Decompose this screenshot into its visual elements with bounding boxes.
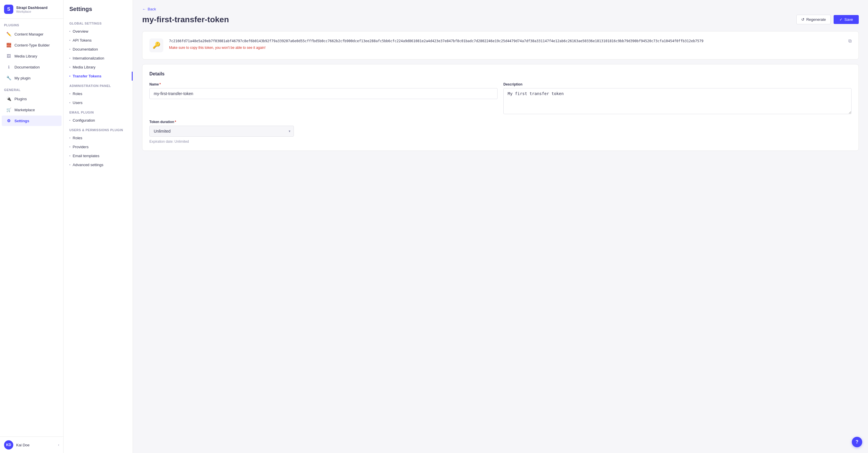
settings-nav-documentation[interactable]: Documentation (64, 45, 133, 54)
app-title: Strapi Dashboard (16, 5, 48, 10)
description-label: Description (503, 82, 851, 86)
details-title: Details (149, 71, 851, 76)
key-icon: 🔑 (149, 38, 163, 52)
token-warning: Make sure to copy this token, you won't … (169, 46, 843, 50)
sidebar-item-content-type-builder[interactable]: 🧱 Content-Type Builder (2, 40, 62, 50)
sidebar-item-documentation[interactable]: ℹ Documentation (2, 62, 62, 72)
token-value: 7c2166fd71a48e5a20eb7f03081abf46797c8ef6… (169, 38, 843, 44)
description-field-group: Description My first transfer token (503, 82, 851, 114)
avatar: KD (4, 440, 13, 450)
settings-nav-roles[interactable]: Roles (64, 89, 133, 98)
expiration-hint: Expiration date: Unlimited (149, 139, 294, 143)
token-duration-section: Token duration* Unlimited 7 days 30 days… (149, 120, 294, 143)
app-logo: S (4, 5, 13, 14)
settings-nav-transfer-tokens[interactable]: Transfer Tokens (64, 72, 133, 80)
sidebar-item-content-manager[interactable]: ✏️ Content Manager (2, 29, 62, 39)
settings-nav-overview[interactable]: Overview (64, 27, 133, 36)
token-duration-select-wrap: Unlimited 7 days 30 days 90 days ▾ (149, 126, 294, 137)
user-name: Kai Doe (16, 443, 55, 447)
settings-nav-up-roles[interactable]: Roles (64, 133, 133, 142)
general-section-label: GENERAL (0, 84, 63, 93)
settings-nav-api-tokens[interactable]: API Tokens (64, 36, 133, 45)
users-permissions-label: USERS & PERMISSIONS PLUGIN (64, 125, 133, 133)
sidebar-item-marketplace[interactable]: 🛒 Marketplace (2, 105, 62, 115)
sidebar-item-my-plugin[interactable]: 🔧 My plugin (2, 73, 62, 83)
settings-nav-email-templates[interactable]: Email templates (64, 151, 133, 160)
settings-nav-users[interactable]: Users (64, 98, 133, 107)
sidebar-item-plugins[interactable]: 🔌 Plugins (2, 94, 62, 104)
info-icon: ℹ (6, 64, 11, 70)
app-subtitle: Workplace (16, 10, 48, 13)
token-duration-label: Token duration* (149, 120, 294, 124)
settings-nav-internationalization[interactable]: Internationalization (64, 54, 133, 63)
token-display-card: 🔑 7c2166fd71a48e5a20eb7f03081abf46797c8e… (142, 31, 859, 60)
settings-nav-configuration[interactable]: Configuration (64, 116, 133, 125)
name-input[interactable] (149, 88, 498, 99)
plugins-section-label: PLUGINS (0, 19, 63, 29)
name-label: Name* (149, 82, 498, 86)
plugin-icon: 🔧 (6, 75, 11, 81)
settings-nav: Settings GLOBAL SETTINGS Overview API To… (64, 0, 133, 453)
back-link[interactable]: ← Back (142, 7, 859, 11)
back-label: Back (148, 7, 156, 11)
sidebar-item-settings[interactable]: ⚙ Settings (2, 116, 62, 126)
header-actions: ↺ Regenerate ✓ Save (796, 15, 859, 24)
settings-title: Settings (64, 6, 133, 18)
sidebar-item-media-library[interactable]: 🖼 Media Library (2, 51, 62, 61)
name-field-group: Name* (149, 82, 498, 114)
email-plugin-label: EMAIL PLUGIN (64, 107, 133, 116)
name-required: * (159, 82, 161, 86)
regenerate-icon: ↺ (801, 17, 804, 22)
settings-nav-providers[interactable]: Providers (64, 142, 133, 151)
token-duration-group: Token duration* Unlimited 7 days 30 days… (149, 120, 294, 143)
help-button[interactable]: ? (852, 437, 862, 447)
media-icon: 🖼 (6, 53, 11, 59)
settings-icon: ⚙ (6, 118, 11, 124)
collapse-button[interactable]: ‹ (58, 443, 59, 447)
sidebar-header: S Strapi Dashboard Workplace (0, 0, 63, 19)
checkmark-icon: ✓ (839, 17, 843, 22)
details-card: Details Name* Description My first trans… (142, 64, 859, 151)
settings-nav-media-library[interactable]: Media Library (64, 63, 133, 72)
token-text-block: 7c2166fd71a48e5a20eb7f03081abf46797c8ef6… (169, 38, 843, 50)
name-description-row: Name* Description My first transfer toke… (149, 82, 851, 114)
save-button[interactable]: ✓ Save (834, 15, 859, 24)
page-header: my-first-transfer-token ↺ Regenerate ✓ S… (142, 15, 859, 24)
sidebar-footer: KD Kai Doe ‹ (0, 436, 63, 453)
token-display: 🔑 7c2166fd71a48e5a20eb7f03081abf46797c8e… (149, 38, 851, 52)
main-content: ← Back my-first-transfer-token ↺ Regener… (133, 0, 868, 453)
token-duration-required: * (175, 120, 176, 124)
back-arrow-icon: ← (142, 7, 146, 11)
page-title: my-first-transfer-token (142, 15, 229, 24)
plugins-icon: 🔌 (6, 96, 11, 102)
marketplace-icon: 🛒 (6, 107, 11, 113)
edit-icon: ✏️ (6, 31, 11, 37)
regenerate-button[interactable]: ↺ Regenerate (796, 15, 831, 24)
token-duration-select[interactable]: Unlimited 7 days 30 days 90 days (149, 126, 294, 137)
description-textarea[interactable]: My first transfer token (503, 88, 851, 114)
global-settings-label: GLOBAL SETTINGS (64, 18, 133, 27)
builder-icon: 🧱 (6, 42, 11, 48)
sidebar: S Strapi Dashboard Workplace PLUGINS ✏️ … (0, 0, 64, 453)
copy-icon[interactable]: ⧉ (848, 38, 851, 44)
admin-panel-label: ADMINISTRATION PANEL (64, 80, 133, 89)
settings-nav-advanced-settings[interactable]: Advanced settings (64, 160, 133, 169)
